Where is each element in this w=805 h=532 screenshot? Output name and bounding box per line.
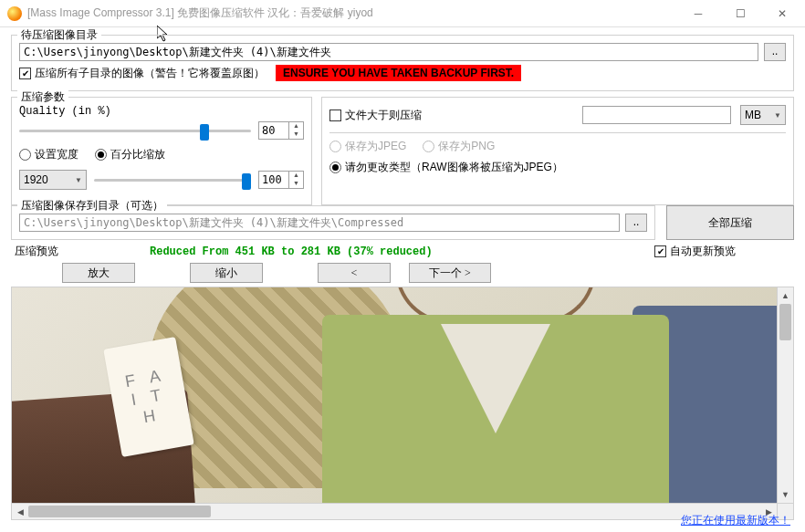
subdirs-checkbox-label[interactable]: ✔ 压缩所有子目录的图像（警告！它将覆盖原图） — [19, 66, 265, 81]
save-png-radio-label: 保存为PNG — [423, 139, 495, 154]
backup-warning: ENSURE YOU HAVE TAKEN BACKUP FIRST. — [276, 65, 521, 81]
vertical-scrollbar[interactable]: ▲ ▼ — [777, 287, 793, 503]
browse-output-button[interactable]: .. — [625, 214, 647, 232]
subdirs-checkbox[interactable]: ✔ — [19, 68, 31, 79]
right-params-group: 文件大于则压缩 MB ▼ 保存为JPEG 保存为PNG — [321, 97, 794, 205]
output-group: 压缩图像保存到目录（可选） .. — [11, 205, 655, 240]
auto-preview-checkbox[interactable]: ✔ — [654, 245, 666, 257]
preview-area: F AI TH ▲ ▼ — [11, 287, 794, 504]
quality-slider[interactable] — [19, 122, 251, 139]
width-combo[interactable]: 1920 ▼ — [19, 170, 87, 190]
zoom-in-button[interactable]: 放大 — [62, 263, 135, 283]
quality-spin[interactable]: ▲▼ — [258, 121, 304, 140]
auto-preview-label[interactable]: ✔ 自动更新预览 — [654, 244, 736, 259]
output-path-input[interactable] — [19, 214, 620, 232]
chevron-down-icon[interactable]: ▼ — [288, 130, 303, 139]
width-value: 1920 — [24, 173, 71, 186]
scale-value[interactable] — [259, 172, 288, 188]
scroll-up-icon[interactable]: ▲ — [778, 287, 793, 304]
save-jpeg-radio-label: 保存为JPEG — [329, 139, 406, 154]
minimize-button[interactable]: ─ — [677, 0, 719, 27]
app-icon — [7, 6, 22, 21]
preview-label: 压缩预览 — [15, 244, 58, 259]
filesize-checkbox[interactable] — [329, 110, 341, 121]
prev-button[interactable]: < — [318, 263, 391, 283]
source-group: 待压缩图像目录 .. ✔ 压缩所有子目录的图像（警告！它将覆盖原图） ENSUR… — [11, 35, 794, 91]
preview-image[interactable]: F AI TH — [12, 287, 777, 503]
subdirs-label-text: 压缩所有子目录的图像（警告！它将覆盖原图） — [35, 66, 265, 81]
scale-slider[interactable] — [94, 172, 251, 188]
scale-spin[interactable]: ▲▼ — [258, 171, 304, 189]
filesize-input[interactable] — [582, 106, 731, 124]
chevron-up-icon[interactable]: ▲ — [288, 122, 303, 130]
save-jpeg-radio — [329, 141, 341, 152]
set-width-radio[interactable] — [19, 149, 31, 161]
chevron-down-icon: ▼ — [774, 111, 781, 120]
quality-label: Quality (in %) — [19, 105, 304, 118]
compress-params-label: 压缩参数 — [17, 89, 68, 105]
titlebar: [Mass Image Compressor 3.1] 免费图像压缩软件 汉化：… — [0, 0, 805, 27]
save-png-radio — [423, 141, 434, 152]
percent-scale-radio[interactable] — [95, 149, 107, 161]
scroll-left-icon[interactable]: ◀ — [12, 504, 28, 519]
update-link[interactable]: 您正在使用最新版本！ — [681, 513, 790, 528]
maximize-button[interactable]: ☐ — [719, 0, 761, 27]
filesize-unit-combo[interactable]: MB ▼ — [740, 105, 786, 125]
next-button[interactable]: 下一个 > — [409, 263, 491, 283]
quality-value[interactable] — [259, 122, 288, 139]
set-width-radio-label[interactable]: 设置宽度 — [19, 147, 78, 162]
zoom-out-button[interactable]: 缩小 — [190, 263, 263, 283]
scroll-down-icon[interactable]: ▼ — [778, 486, 793, 503]
close-button[interactable]: ✕ — [761, 0, 803, 27]
source-path-input[interactable] — [19, 43, 758, 61]
chevron-down-icon: ▼ — [75, 176, 82, 184]
compress-params-group: 压缩参数 Quality (in %) ▲▼ 设置宽度 — [11, 97, 312, 205]
output-group-label: 压缩图像保存到目录（可选） — [17, 198, 167, 214]
browse-source-button[interactable]: .. — [764, 43, 786, 61]
filesize-checkbox-label[interactable]: 文件大于则压缩 — [329, 108, 422, 123]
reduced-message: Reduced From 451 KB to 281 KB (37% reduc… — [150, 245, 433, 258]
window-title: [Mass Image Compressor 3.1] 免费图像压缩软件 汉化：… — [27, 5, 677, 21]
horizontal-scrollbar[interactable]: ◀ ▶ — [11, 504, 778, 520]
keep-type-radio-label[interactable]: 请勿更改类型（RAW图像将被压缩为JPEG） — [329, 160, 563, 175]
keep-type-radio[interactable] — [329, 162, 341, 173]
chevron-down-icon[interactable]: ▼ — [288, 180, 303, 188]
percent-scale-radio-label[interactable]: 百分比缩放 — [95, 147, 165, 162]
compress-all-button[interactable]: 全部压缩 — [666, 205, 794, 240]
source-group-label: 待压缩图像目录 — [17, 27, 101, 43]
preview-section: 压缩预览 Reduced From 451 KB to 281 KB (37% … — [11, 244, 794, 520]
chevron-up-icon[interactable]: ▲ — [288, 172, 303, 180]
